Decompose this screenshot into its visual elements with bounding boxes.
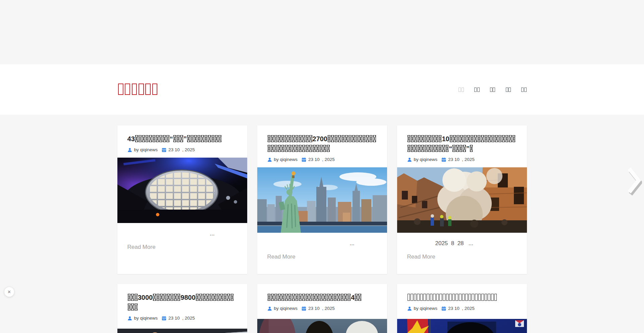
- carousel-next-button[interactable]: [626, 166, 642, 196]
- article-date: 23 10 , 2025: [308, 306, 335, 311]
- calendar-icon: [162, 148, 166, 152]
- article-meta: by qiqinews 23 10 , 2025: [407, 157, 517, 162]
- main-nav: [459, 87, 527, 92]
- author-icon: [407, 306, 412, 311]
- calendar-icon: [302, 157, 306, 162]
- article-grid: 43“” by qiqinews 23 10 , 2025: [117, 115, 527, 333]
- calendar-icon: [162, 316, 166, 321]
- ad-placeholder: [0, 0, 644, 64]
- read-more-link[interactable]: Read More: [267, 254, 296, 260]
- article-thumbnail-destroyed-building[interactable]: [397, 167, 527, 233]
- nav-item-3[interactable]: [490, 87, 495, 92]
- article-excerpt: ...: [267, 240, 377, 247]
- article-card: 2700 by qiqinews 23 10 , 2025: [257, 125, 387, 274]
- article-card: 4 by qiqinews 23 10 , 2025: [257, 284, 387, 333]
- article-author[interactable]: by qiqinews: [274, 157, 298, 162]
- nav-item-1[interactable]: [459, 87, 464, 92]
- nav-item-2[interactable]: [474, 87, 480, 92]
- site-header: [0, 64, 644, 115]
- article-thumbnail-man-raising-fist[interactable]: [117, 329, 247, 333]
- calendar-icon: [441, 157, 446, 162]
- read-more-link[interactable]: Read More: [407, 254, 435, 260]
- article-title[interactable]: 43“”: [127, 134, 237, 144]
- close-icon: ✕: [7, 289, 11, 294]
- article-meta: by qiqinews 23 10 , 2025: [127, 316, 237, 321]
- article-thumbnail-silicon-wafer[interactable]: [117, 158, 247, 223]
- article-meta: by qiqinews 23 10 , 2025: [407, 306, 517, 311]
- article-title[interactable]: 2700: [267, 134, 377, 154]
- calendar-icon: [441, 306, 446, 311]
- read-more-link[interactable]: Read More: [127, 244, 156, 251]
- author-icon: [127, 316, 132, 321]
- nav-item-5[interactable]: [521, 87, 527, 92]
- article-author[interactable]: by qiqinews: [414, 157, 438, 162]
- article-meta: by qiqinews 23 10 , 2025: [267, 306, 377, 311]
- article-date: 23 10 , 2025: [168, 316, 195, 321]
- article-author[interactable]: by qiqinews: [134, 147, 158, 152]
- author-icon: [127, 148, 132, 152]
- article-meta: by qiqinews 23 10 , 2025: [267, 157, 377, 162]
- article-date: 23 10 , 2025: [168, 147, 195, 152]
- article-title[interactable]: [407, 293, 517, 302]
- article-excerpt: ...: [127, 230, 237, 237]
- article-thumbnail-two-officials[interactable]: [257, 319, 387, 333]
- author-icon: [407, 157, 412, 162]
- article-title[interactable]: 4: [267, 293, 377, 302]
- main-content: 43“” by qiqinews 23 10 , 2025: [0, 115, 644, 333]
- article-card: by qiqinews 23 10 , 2025: [397, 284, 527, 333]
- article-meta: by qiqinews 23 10 , 2025: [127, 147, 237, 152]
- article-card: 10“” by qiqinews 23 10 , 2025: [397, 125, 527, 274]
- site-title[interactable]: [117, 83, 158, 96]
- calendar-icon: [302, 306, 306, 311]
- article-author[interactable]: by qiqinews: [274, 306, 298, 311]
- article-thumbnail-statue-of-liberty[interactable]: [257, 167, 387, 233]
- article-card: 30009800 by qiqinews 23 10 , 2025: [117, 284, 247, 333]
- article-excerpt: 2025 8 28 ...: [407, 240, 517, 247]
- article-author[interactable]: by qiqinews: [134, 316, 158, 321]
- article-thumbnail-flags-meeting[interactable]: [397, 319, 527, 333]
- chevron-right-icon: [626, 166, 642, 196]
- article-date: 23 10 , 2025: [308, 157, 335, 162]
- ad-close-button[interactable]: ✕: [4, 287, 14, 297]
- article-card: 43“” by qiqinews 23 10 , 2025: [117, 125, 247, 274]
- article-author[interactable]: by qiqinews: [414, 306, 438, 311]
- article-title[interactable]: 30009800: [127, 293, 237, 312]
- article-title[interactable]: 10“”: [407, 134, 517, 154]
- author-icon: [267, 157, 272, 162]
- nav-item-4[interactable]: [505, 87, 511, 92]
- article-date: 23 10 , 2025: [448, 157, 475, 162]
- article-date: 23 10 , 2025: [448, 306, 475, 311]
- author-icon: [267, 306, 272, 311]
